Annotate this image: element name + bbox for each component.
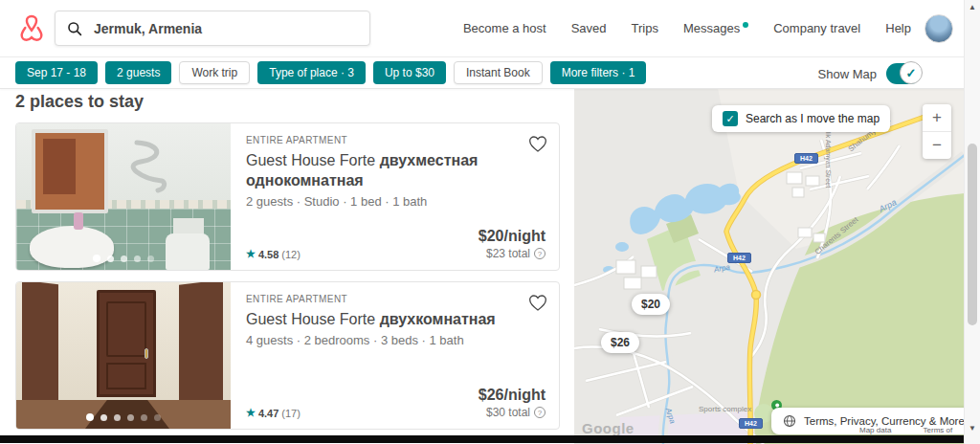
listing-price-block: $20/night $23 total? [479,228,546,260]
header: Become a host Saved Trips Messages Compa… [0,0,980,57]
nav-become-a-host[interactable]: Become a host [463,21,546,35]
heart-icon[interactable] [528,135,547,153]
listing-rating: ★ 4.47 (17) [246,407,301,419]
title-bold: двухкомнатная [380,311,496,327]
map-zoom-control: + − [923,104,951,159]
results-heading: 2 places to stay [15,92,144,112]
search-input[interactable] [92,20,358,37]
route-badge-h42: H42 [794,153,818,164]
help-icon[interactable]: ? [534,407,546,418]
price-total: $23 total [486,247,530,260]
price-per-night: $20/night [479,228,546,245]
listing-card[interactable]: ENTIRE APARTMENT Guest House Forte двухк… [15,281,560,430]
heart-icon[interactable] [528,294,547,312]
listing-footer: ★ 4.58 (12) $20/night $23 total? [246,228,546,260]
search-as-move-control[interactable]: ✓ Search as I move the map [712,105,890,132]
results-panel: 2 places to stay ENTIRE APARTMENT Guest [0,88,574,444]
nav-trips[interactable]: Trips [632,21,658,35]
filter-price[interactable]: Up to $30 [373,61,446,84]
listing-rating: ★ 4.58 (12) [246,248,301,260]
zoom-in-button[interactable]: + [923,104,951,131]
title-regular: Guest House Forte [246,152,380,168]
listing-card[interactable]: ENTIRE APARTMENT Guest House Forte двухм… [15,122,560,271]
hallway-photo [16,282,231,429]
filter-more-filters[interactable]: More filters · 1 [550,61,647,84]
review-count: (12) [281,249,301,260]
unread-messages-dot [743,22,748,28]
price-total: $30 total [486,406,530,419]
filter-work-trip[interactable]: Work trip [179,61,250,84]
search-box[interactable] [55,11,370,46]
map-price-pin[interactable]: $20 [632,294,670,315]
photo-carousel-dots [16,413,231,421]
airbnb-logo-icon[interactable] [17,13,46,48]
photo-carousel-dots [16,255,231,262]
rating-value: 4.47 [258,408,278,419]
toggle-check-icon: ✓ [900,61,923,84]
help-icon[interactable]: ? [534,248,546,259]
title-regular: Guest House Forte [246,311,380,327]
checkbox-checked-icon[interactable]: ✓ [723,111,738,126]
nav-messages-label: Messages [683,21,740,35]
map-region: Shahumyan St Melik Adamyan Street Charen… [574,88,965,444]
show-map-label: Show Map [818,67,877,81]
listing-photo[interactable] [16,282,231,429]
search-as-move-label: Search as I move the map [746,112,880,125]
listing-price-block: $26/night $30 total? [479,387,546,419]
scrollbar-thumb[interactable] [968,144,977,325]
rating-value: 4.58 [258,249,278,260]
show-map-control: Show Map ✓ [818,63,921,84]
star-icon: ★ [246,248,256,260]
nav-messages[interactable]: Messages [683,21,748,35]
route-badge-h42: H42 [727,253,751,263]
filter-type-of-place[interactable]: Type of place · 3 [257,61,366,84]
price-per-night: $26/night [479,387,546,404]
avatar[interactable] [924,14,953,43]
listing-details: 2 guests · Studio · 1 bed · 1 bath [246,194,546,209]
filter-dates[interactable]: Sep 17 - 18 [15,61,98,84]
bathroom-photo [16,123,231,270]
nav-company-travel[interactable]: Company travel [773,21,860,35]
filter-guests[interactable]: 2 guests [105,61,171,84]
search-icon [67,21,82,36]
nav-help[interactable]: Help [885,21,911,35]
map-canvas[interactable] [574,88,965,444]
google-logo[interactable]: Google [582,420,635,436]
window-bottom-edge [0,435,965,443]
towel-radiator [129,137,169,202]
nav-saved[interactable]: Saved [571,21,607,35]
listing-details: 4 guests · 2 bedrooms · 3 beds · 1 bath [246,333,546,347]
filter-pills: Sep 17 - 18 2 guests Work trip Type of p… [15,61,646,84]
listing-photo[interactable] [16,123,231,270]
listing-category: ENTIRE APARTMENT [246,294,546,304]
scroll-up-arrow-icon[interactable]: ▲ [965,3,980,11]
listing-category: ENTIRE APARTMENT [246,135,546,145]
listing-title: Guest House Forte двухместная однокомнат… [246,150,543,190]
listing-title: Guest House Forte двухкомнатная [246,309,543,329]
filter-instant-book[interactable]: Instant Book [454,61,543,84]
star-icon: ★ [246,407,256,419]
scroll-down-arrow-icon[interactable]: ▼ [965,424,980,433]
review-count: (17) [281,408,301,419]
globe-icon [783,414,796,428]
filter-bar: Sep 17 - 18 2 guests Work trip Type of p… [0,56,980,89]
zoom-out-button[interactable]: − [923,131,951,159]
show-map-toggle[interactable]: ✓ [886,63,921,84]
map-price-pin[interactable]: $26 [601,332,639,353]
route-badge-h42: H42 [739,418,763,429]
header-nav: Become a host Saved Trips Messages Compa… [463,0,911,56]
scrollbar[interactable]: ▲ ▼ [964,0,980,444]
listing-footer: ★ 4.47 (17) $26/night $30 total? [246,387,546,419]
